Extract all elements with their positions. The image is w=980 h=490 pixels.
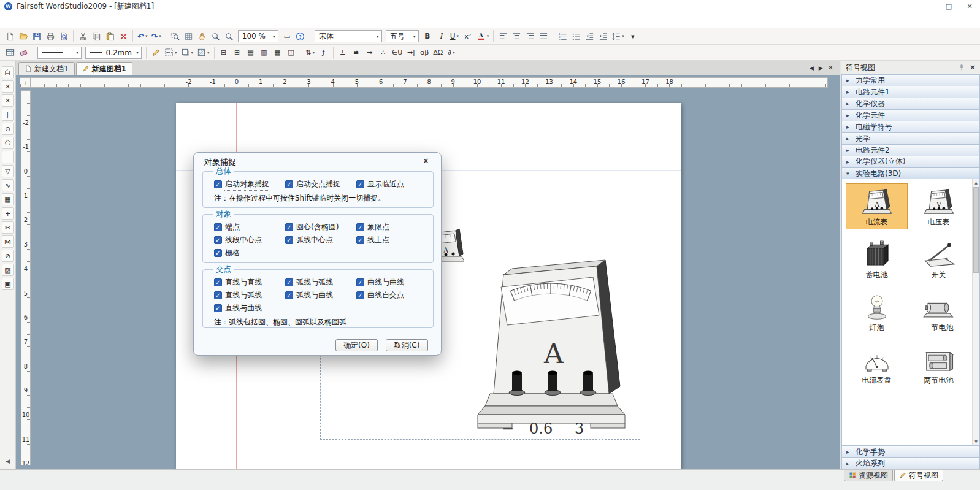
menu-item[interactable] [82,19,93,23]
symbol-category-expanded[interactable]: ▾ 实验电路(3D) [841,167,980,179]
dropdown-icon[interactable]: ▾ [145,34,148,39]
italic-button[interactable]: I [434,29,448,43]
scroll-up-icon[interactable]: ▲ [973,179,979,186]
merge-cells-button[interactable]: ⊟ [217,46,231,59]
menu-item[interactable] [49,19,60,23]
box-tool[interactable]: ▣ [2,278,14,290]
symbol-category[interactable]: ▸ 电磁学符号 [841,121,980,132]
pen-button[interactable] [149,46,163,59]
symbol-item-ammeter-dial[interactable]: 电流表盘 [846,342,908,388]
symbol-item-storage-battery[interactable]: 蓄电池 [846,236,908,282]
align-justify-button[interactable] [537,29,550,43]
snap-checkbox[interactable]: 弧线与曲线 [285,291,356,300]
bullet-list-button[interactable] [569,29,583,43]
dropdown-icon[interactable]: ▾ [159,34,161,39]
tab-next-icon[interactable]: ▶ [819,65,823,71]
cut-button[interactable] [76,29,90,43]
plus-minus-button[interactable]: ± [336,46,350,59]
greek-alpha-beta-button[interactable]: αβ [418,46,431,59]
snap-checkbox[interactable]: 圆心(含椭圆) [285,223,356,232]
tab-document-1[interactable]: 新建文档1 [18,62,75,75]
checkbox-checked-icon[interactable] [285,180,293,188]
checkbox-checked-icon[interactable] [214,180,222,188]
checkbox-checked-icon[interactable] [356,223,364,231]
ok-button[interactable]: 确定(O) [335,339,378,351]
checkbox-checked-icon[interactable] [214,223,222,231]
approx-equal-button[interactable]: ≌ [350,46,363,59]
no-draw-tool[interactable]: ⊘ [2,250,14,262]
dialog-close-icon[interactable]: ✕ [420,156,432,166]
menu-item[interactable] [16,19,27,23]
font-color-button[interactable]: ▾ [475,29,491,43]
snap-checkbox[interactable]: 启动对象捕捉 [214,180,285,189]
therefore-button[interactable]: ∴ [377,46,390,59]
snap-checkbox[interactable]: 弧线中心点 [285,235,356,245]
symbol-item-switch[interactable]: 开关 [908,236,970,282]
menu-item[interactable] [104,19,115,23]
checkbox-checked-icon[interactable] [285,291,293,299]
snap-checkbox[interactable]: 弧线与弧线 [285,278,356,287]
horizontal-ruler[interactable]: -2-10123456789101112131415161718 [20,77,828,88]
paste-button[interactable] [103,29,117,43]
cross-tool[interactable]: + [2,207,14,220]
snap-checkbox[interactable]: 线段中心点 [214,235,285,245]
fill-pattern-button[interactable]: ▾ [195,46,212,59]
dropdown-icon[interactable]: ▾ [456,34,459,39]
symbol-category[interactable]: ▸ 化学元件 [841,109,980,121]
dropdown-icon[interactable]: ▾ [136,50,139,55]
print-button[interactable] [44,29,57,43]
shadow-button[interactable]: ▾ [179,46,196,59]
symbol-item-voltmeter[interactable]: V 电压表 [908,183,970,229]
object-snap-dialog[interactable]: 对象捕捉 ✕ 总体 启动对象捕捉 启动交点捕捉 显示临近点 [193,152,442,356]
checkbox-checked-icon[interactable] [356,291,364,299]
text-tool[interactable]: 自 [2,66,14,78]
symbol-category[interactable]: ▸ 电路元件1 [841,86,980,98]
tab-drawing-1[interactable]: 新建图档1 [76,62,132,75]
dropdown-icon[interactable]: ▾ [413,34,416,39]
ammeter-drawing[interactable]: A − 0.6 3 [463,251,641,435]
checkbox-checked-icon[interactable] [285,278,293,286]
snap-checkbox[interactable]: 线上点 [356,235,427,245]
panel-scrollbar[interactable]: ▲ ▼ [972,179,979,445]
zoom-combo[interactable]: 100 % ▾ [238,30,278,42]
greek-delta-omega-button[interactable]: ΔΩ [431,46,445,59]
dropdown-icon[interactable]: ▾ [76,50,78,55]
maximize-button[interactable]: □ [938,0,959,13]
snap-checkbox[interactable]: 曲线与曲线 [356,278,427,287]
dropdown-icon[interactable]: ▾ [191,50,194,55]
symbol-category[interactable]: ▸ 火焰系列 [841,457,980,469]
indent-button[interactable] [596,29,610,43]
checkbox-checked-icon[interactable] [214,236,222,244]
hatch-tool[interactable]: ▨ [2,264,14,276]
menu-item[interactable] [38,19,49,23]
pan-button[interactable] [196,29,209,43]
connect-tool[interactable]: ⋈ [2,235,14,248]
align-left-button[interactable] [496,29,510,43]
font-size-combo[interactable]: 五号 ▾ [386,30,419,42]
checkbox-checked-icon[interactable] [214,278,222,286]
menu-item[interactable] [5,19,16,23]
snap-checkbox[interactable]: 直线与弧线 [214,291,285,300]
symbol-item-single-cell[interactable]: 一节电池 [908,289,970,335]
help-button[interactable] [294,29,307,43]
checkbox-checked-icon[interactable] [285,223,293,231]
fit-page-button[interactable]: ▭ [280,29,294,43]
align-right-button[interactable] [523,29,537,43]
menu-item[interactable] [93,19,104,23]
numbered-list-button[interactable] [556,29,569,43]
snap-checkbox[interactable]: 启动交点捕捉 [285,180,356,189]
grid-tool[interactable]: ▦ [2,193,14,205]
undo-button[interactable]: ↶▾ [136,29,149,43]
menu-item[interactable] [60,19,71,23]
snap-checkbox[interactable]: 端点 [214,223,285,232]
insert-table-button[interactable] [3,46,17,59]
grid-toggle-button[interactable] [182,29,196,43]
dropdown-icon[interactable]: ▾ [175,50,177,55]
polygon-tool[interactable]: ⬠ [2,137,14,149]
split-cells-button[interactable]: ⊞ [231,46,244,59]
copy-button[interactable] [90,29,103,43]
ruler-origin-icon[interactable]: + [21,77,31,88]
redo-button[interactable]: ↷▾ [149,29,163,43]
snap-checkbox[interactable]: 栅格 [214,248,285,258]
insert-column-button[interactable]: ▥ [258,46,271,59]
